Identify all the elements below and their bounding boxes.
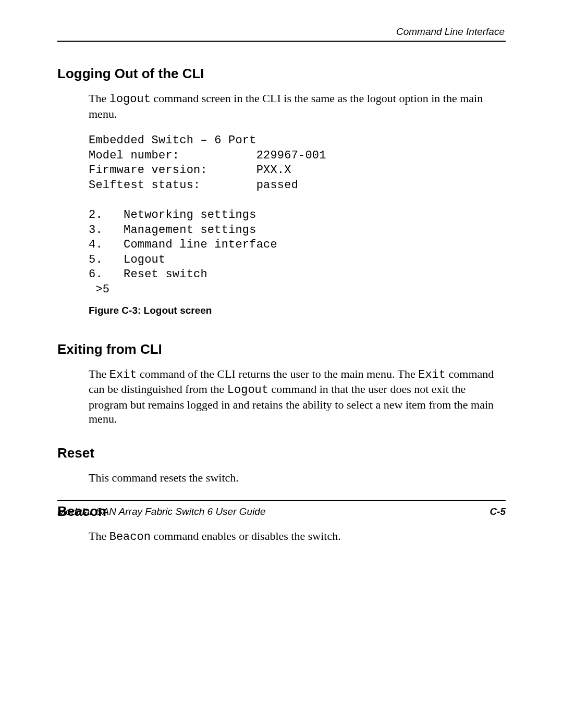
figure-caption: Figure C-3: Logout screen bbox=[89, 305, 506, 316]
code-inline-exit: Exit bbox=[418, 368, 446, 381]
body-exiting-cli: The Exit command of the CLI returns the … bbox=[89, 367, 506, 426]
heading-reset: Reset bbox=[57, 445, 506, 461]
footer-doc-title: Modular SAN Array Fabric Switch 6 User G… bbox=[57, 506, 265, 517]
terminal-line: 6. Reset switch bbox=[89, 268, 207, 281]
terminal-line: 4. Command line interface bbox=[89, 238, 277, 251]
terminal-line: 5. Logout bbox=[89, 253, 165, 266]
terminal-output: Embedded Switch – 6 Port Model number: 2… bbox=[89, 133, 506, 298]
code-inline-exit: Exit bbox=[109, 368, 137, 381]
para-exiting-cli: The Exit command of the CLI returns the … bbox=[89, 367, 506, 426]
terminal-line: Embedded Switch – 6 Port bbox=[89, 134, 256, 147]
terminal-line: Firmware version: PXX.X bbox=[89, 164, 291, 177]
text-fragment: command of the CLI returns the user to t… bbox=[137, 367, 419, 380]
para-reset: This command resets the switch. bbox=[89, 471, 506, 485]
heading-exiting-cli: Exiting from CLI bbox=[57, 341, 506, 357]
code-inline-beacon: Beacon bbox=[109, 530, 151, 544]
footer-page-number: C-5 bbox=[489, 506, 506, 517]
para-beacon: The Beacon command enables or disables t… bbox=[89, 529, 506, 545]
body-beacon: The Beacon command enables or disables t… bbox=[89, 529, 506, 545]
body-reset: This command resets the switch. bbox=[89, 471, 506, 485]
text-fragment: The bbox=[89, 529, 109, 542]
running-header: Command Line Interface bbox=[57, 26, 506, 42]
terminal-line: 3. Management settings bbox=[89, 224, 256, 237]
text-fragment: The bbox=[89, 92, 109, 105]
body-logging-out: The logout command screen in the CLI is … bbox=[89, 91, 506, 316]
text-fragment: The bbox=[89, 367, 109, 380]
code-inline-logout: Logout bbox=[227, 384, 268, 397]
para-logging-out: The logout command screen in the CLI is … bbox=[89, 91, 506, 121]
terminal-line: Selftest status: passed bbox=[89, 179, 298, 192]
page-footer: Modular SAN Array Fabric Switch 6 User G… bbox=[57, 500, 506, 517]
text-fragment: command enables or disables the switch. bbox=[151, 529, 341, 542]
terminal-line: Model number: 229967-001 bbox=[89, 149, 326, 162]
terminal-line: >5 bbox=[89, 283, 109, 296]
terminal-line: 2. Networking settings bbox=[89, 208, 256, 221]
page-content: Command Line Interface Logging Out of th… bbox=[57, 26, 506, 560]
code-inline-logout: logout bbox=[109, 93, 151, 106]
heading-logging-out: Logging Out of the CLI bbox=[57, 66, 506, 82]
